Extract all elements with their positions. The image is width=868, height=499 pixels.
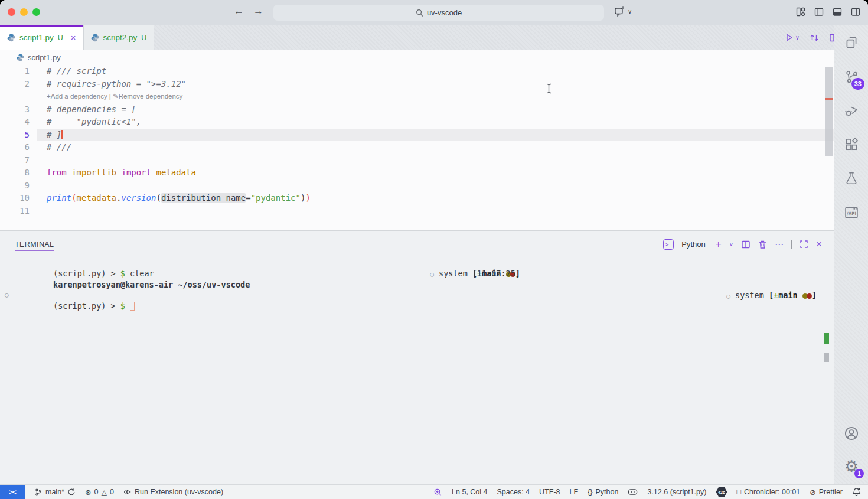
customize-layout-icon[interactable] [795, 6, 806, 17]
code-line-1[interactable]: 1# /// script [0, 65, 834, 78]
line-number: 5 [0, 129, 37, 142]
search-value: uv-vscode [427, 8, 462, 17]
zoom-icon[interactable] [433, 488, 442, 497]
42crunch-icon[interactable]: 42c [716, 487, 727, 497]
sidebar-item-extensions[interactable] [834, 130, 868, 158]
chevron-down-icon[interactable]: ∨ [795, 34, 800, 41]
sidebar-item-source-control[interactable]: 33 [834, 63, 868, 91]
toggle-secondary-sidebar-icon[interactable] [850, 6, 861, 17]
new-terminal-icon[interactable]: + [716, 239, 722, 250]
slash-circle-icon: ⊘ [810, 488, 815, 497]
command-center-search[interactable]: uv-vscode [273, 5, 604, 21]
sidebar-item-run-debug[interactable] [834, 96, 868, 125]
close-panel-icon[interactable]: × [816, 239, 822, 250]
code-line-2[interactable]: 2# requires-python = ">=3.12" [0, 78, 834, 91]
back-icon[interactable]: ← [234, 5, 244, 17]
python-file-icon [91, 34, 99, 42]
debug-run-icon [123, 488, 132, 496]
prettier-label: Prettier [819, 488, 843, 496]
bracket: ] [812, 291, 817, 300]
fullscreen-window-button[interactable] [32, 8, 40, 16]
code-line-10[interactable]: 10print(metadata.version(distribution_na… [0, 192, 834, 205]
run-extension-item[interactable]: Run Extension (uv-vscode) [123, 488, 223, 496]
sidebar-item-settings[interactable]: ⚙ 1 [834, 452, 868, 481]
kill-terminal-trash-icon[interactable] [758, 240, 767, 249]
indentation-item[interactable]: Spaces: 4 [497, 488, 530, 496]
code-line-9[interactable]: 9 [0, 180, 834, 193]
command-circle-icon[interactable]: ○ [5, 290, 9, 301]
code-line-6[interactable]: 6# /// [0, 141, 834, 154]
remote-indicator[interactable]: >< [0, 485, 25, 499]
git-status-badge: U [141, 34, 146, 42]
encoding-item[interactable]: UTF-8 [539, 488, 560, 496]
breadcrumb[interactable]: script1.py [0, 50, 834, 65]
terminal-panel: TERMINAL >_ Python + ∨ ⋯ × [0, 230, 834, 484]
chronicler-item[interactable]: □ Chronicler: 00:01 [736, 488, 800, 496]
code-line-3[interactable]: 3# dependencies = [ [0, 103, 834, 116]
terminal-content[interactable]: (script.py) > $ clear ○ system [±main ] … [0, 257, 834, 290]
breadcrumb-file[interactable]: script1.py [28, 53, 61, 62]
prompt-dollar: $ [120, 301, 125, 311]
status-dot-red [807, 293, 812, 299]
toggle-primary-sidebar-icon[interactable] [814, 6, 824, 17]
prettier-item[interactable]: ⊘ Prettier [810, 488, 843, 497]
maximize-panel-icon[interactable] [800, 240, 808, 249]
terminal-scrollbar[interactable] [824, 353, 829, 362]
sidebar-item-explorer[interactable] [834, 28, 868, 57]
minimize-window-button[interactable] [20, 8, 28, 16]
python-file-icon [7, 34, 15, 42]
notifications-item[interactable] [852, 487, 861, 497]
line-number: 11 [0, 205, 37, 218]
warning-count: 0 [110, 488, 114, 496]
close-tab-icon[interactable]: × [71, 32, 76, 43]
git-branch-item[interactable]: main* [34, 488, 76, 497]
code-line-11[interactable]: 11 [0, 205, 834, 218]
line-number: 8 [0, 167, 37, 180]
code-line-5[interactable]: 5# ] [0, 129, 834, 142]
code-line-8[interactable]: 8from importlib import metadata [0, 167, 834, 180]
python-interpreter-item[interactable]: 3.12.6 (script1.py) [647, 488, 706, 496]
problems-item[interactable]: ⊗ 0 △ 0 [85, 488, 114, 497]
timestamp: [11:07:25] [472, 268, 520, 279]
branch-icon [34, 488, 43, 497]
code-editor[interactable]: 1# /// script2# requires-python = ">=3.1… [0, 65, 834, 230]
forward-icon[interactable]: → [253, 5, 263, 17]
line-number: 9 [0, 180, 37, 193]
split-terminal-icon[interactable] [741, 240, 750, 249]
error-icon: ⊗ [85, 488, 91, 497]
command-circle-icon[interactable]: ○ [726, 292, 730, 300]
terminal-more-actions-icon[interactable]: ⋯ [775, 239, 784, 250]
python-file-icon [17, 54, 24, 61]
eol-item[interactable]: LF [570, 488, 579, 496]
line-number: 6 [0, 141, 37, 154]
sidebar-item-testing[interactable] [834, 164, 868, 193]
close-window-button[interactable] [8, 8, 15, 16]
sync-icon[interactable] [67, 488, 76, 496]
copilot-icon[interactable] [628, 488, 638, 496]
sidebar-item-accounts[interactable] [834, 419, 868, 448]
cursor-position-item[interactable]: Ln 5, Col 4 [452, 488, 487, 496]
line-number: 4 [0, 116, 37, 129]
terminal-profile-chevron-icon[interactable]: ∨ [729, 241, 733, 247]
editor-tab-bar: script1.py U × script2.py U [0, 25, 834, 50]
code-line-7[interactable]: 7 [0, 154, 834, 167]
run-python-file-button[interactable]: ∨ [785, 33, 800, 42]
tab-script2[interactable]: script2.py U [84, 25, 155, 50]
files-icon [844, 35, 859, 50]
codelens-remove-dependency[interactable]: ✎Remove dependency [113, 93, 182, 100]
tab-script1[interactable]: script1.py U × [0, 25, 84, 50]
terminal-command-success-mark [824, 333, 829, 344]
toggle-panel-icon[interactable] [832, 6, 843, 17]
copilot-chat-button[interactable]: ∨ [614, 6, 632, 17]
line-number: 7 [0, 154, 37, 167]
terminal-row-1: (script.py) > $ clear ○ system [±main ] [0, 257, 834, 268]
codelens-add-dependency[interactable]: +Add a dependency [47, 93, 107, 100]
tab-terminal[interactable]: TERMINAL [15, 231, 54, 257]
sidebar-item-openapi[interactable]: /API [834, 198, 868, 227]
terminal-shell-name[interactable]: Python [681, 240, 705, 249]
language-mode-item[interactable]: {} Python [588, 488, 618, 496]
mouse-ibeam-cursor [546, 83, 552, 94]
code-line-4[interactable]: 4# "pydantic<1", [0, 116, 834, 129]
compare-changes-icon[interactable] [810, 33, 819, 43]
editor-scrollbar[interactable] [825, 67, 833, 156]
